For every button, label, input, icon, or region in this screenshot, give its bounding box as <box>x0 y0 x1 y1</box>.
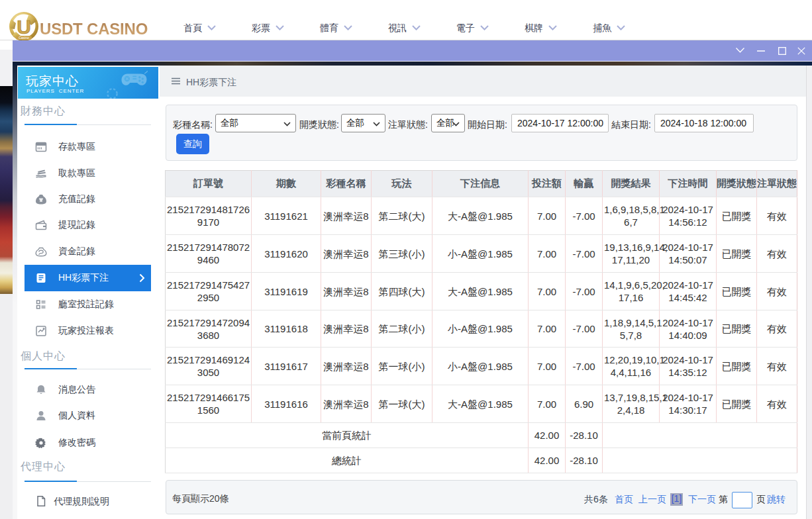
svg-text:Casino: Casino <box>19 36 29 40</box>
svg-text:U: U <box>17 16 31 38</box>
